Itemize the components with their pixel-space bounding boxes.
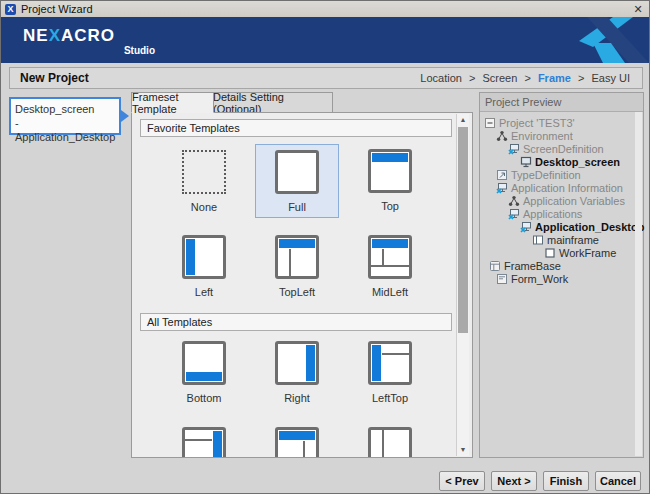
template-label: TopLeft [255,286,339,298]
template-left[interactable]: Left [162,230,246,304]
type-definition-icon [496,169,508,181]
window-title: Project Wizard [21,3,93,15]
tree-item-applications[interactable]: Applications [480,207,643,220]
brand-banner: NEXACRO Studio [1,17,649,63]
tree-item-project[interactable]: Project 'TEST3' [480,116,643,129]
tab-frameset-template[interactable]: Frameset Template [131,92,214,113]
template-label: MidLeft [348,286,432,298]
template-scrollbar[interactable]: ▲ ▼ [456,114,469,456]
framebase-icon [489,260,501,272]
template-lefttop[interactable]: LeftTop [348,336,432,410]
tree-item-screendefinition[interactable]: ScreenDefinition [480,142,643,155]
template-label: LeftTop [348,392,432,404]
template-label: Full [256,201,338,213]
tree-label: mainframe [547,234,599,246]
brand-wordmark: NEXACRO [23,26,115,46]
template-list-panel: Favorite Templates None Full Top Left To… [131,112,473,458]
tree-item-workframe[interactable]: WorkFrame [480,246,643,259]
breadcrumb-easy-ui: Easy UI [591,72,630,84]
cancel-button[interactable]: Cancel [595,471,641,491]
tree-item-environment[interactable]: Environment [480,129,643,142]
template-topright[interactable] [255,422,339,458]
scrollbar-thumb[interactable] [458,127,468,333]
tab-details-setting[interactable]: Details Setting (Optional) [213,92,333,113]
breadcrumb-separator: > [524,72,530,84]
template-label: Top [348,200,432,212]
tree-label: TypeDefinition [511,169,581,181]
tree-label: Form_Work [511,273,568,285]
tree-label: Environment [511,130,573,142]
tree-label: ScreenDefinition [523,143,604,155]
tree-item-mainframe[interactable]: mainframe [480,233,643,246]
application-desktop-icon [520,221,532,233]
tree-label: Application Variables [523,195,625,207]
tree-item-application-variables[interactable]: Application Variables [480,194,643,207]
tree-item-typedefinition[interactable]: TypeDefinition [480,168,643,181]
template-full-thumbnail [275,150,319,194]
template-bottomleft-thumbnail [368,427,412,458]
template-righttop-thumbnail [182,427,226,458]
tree-label: WorkFrame [559,247,616,259]
template-bottomleft[interactable] [348,422,432,458]
template-none-thumbnail [182,150,226,194]
form-icon [496,273,508,285]
project-wizard-dialog: X Project Wizard ✕ NEXACRO Studio New Pr… [0,0,650,494]
next-button[interactable]: Next > [491,471,537,491]
template-label: Right [255,392,339,404]
tree-item-application-information[interactable]: Application Information [480,181,643,194]
template-label: None [162,201,246,213]
template-top[interactable]: Top [348,144,432,218]
project-preview-tree: Project 'TEST3' Environment ScreenDefini… [480,112,643,285]
finish-button[interactable]: Finish [543,471,589,491]
tree-label: FrameBase [504,260,561,272]
template-lefttop-thumbnail [368,341,412,385]
selected-screen-name: Desktop_screen [15,102,115,116]
template-righttop[interactable] [162,422,246,458]
tree-item-desktop-screen[interactable]: Desktop_screen [480,155,643,168]
selected-application-name: - Application_Desktop [15,116,115,144]
applications-icon [508,208,520,220]
breadcrumb-frame-current: Frame [538,72,571,84]
breadcrumb-screen: Screen [482,72,517,84]
template-right-thumbnail [275,341,319,385]
project-preview-header: Project Preview [480,93,643,112]
application-information-icon [496,182,508,194]
selected-screen-item[interactable]: Desktop_screen - Application_Desktop [9,97,121,135]
template-top-thumbnail [368,149,412,193]
preview-scroll-track[interactable] [635,112,642,456]
template-midleft-thumbnail [368,235,412,279]
scroll-up-icon[interactable]: ▲ [457,114,469,126]
template-topleft[interactable]: TopLeft [255,230,339,304]
application-variables-icon [508,195,520,207]
tree-item-application-desktop[interactable]: Application_Desktop [480,220,643,233]
screen-definition-icon [508,143,520,155]
page-header: New Project Location > Screen > Frame > … [9,67,643,89]
breadcrumb-separator: > [469,72,475,84]
brand-x: X [49,26,61,45]
template-right[interactable]: Right [255,336,339,410]
template-midleft[interactable]: MidLeft [348,230,432,304]
all-templates-header: All Templates [140,313,452,331]
template-bottom[interactable]: Bottom [162,336,246,410]
template-none[interactable]: None [162,144,246,218]
prev-button[interactable]: < Prev [439,471,485,491]
tree-item-form-work[interactable]: Form_Work [480,272,643,285]
project-preview-panel: Project Preview Project 'TEST3' Environm… [479,92,644,458]
breadcrumb-separator: > [578,72,584,84]
app-icon: X [5,4,16,15]
template-full[interactable]: Full [255,144,339,218]
template-left-thumbnail [182,235,226,279]
template-label: Left [162,286,246,298]
breadcrumb-location: Location [420,72,462,84]
template-label: Bottom [162,392,246,404]
close-icon[interactable]: ✕ [631,3,645,16]
tree-label: Application_Desktop [535,221,644,233]
tree-item-framebase[interactable]: FrameBase [480,259,643,272]
tree-label: Application Information [511,182,623,194]
breadcrumb: Location > Screen > Frame > Easy UI [418,72,632,84]
template-bottom-thumbnail [182,341,226,385]
tree-label: Desktop_screen [535,156,620,168]
scroll-down-icon[interactable]: ▼ [457,444,469,456]
page-title: New Project [20,71,89,85]
tree-label: Project 'TEST3' [499,117,575,129]
